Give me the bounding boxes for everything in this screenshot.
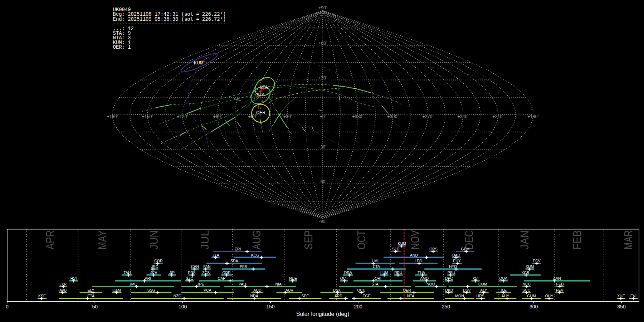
svg-text:FED: FED [556, 282, 564, 286]
svg-text:AND: AND [410, 253, 418, 257]
svg-text:OCT: OCT [355, 230, 368, 250]
svg-text:JUL: JUL [198, 230, 211, 250]
svg-text:AUD: AUD [253, 288, 262, 292]
svg-text:LUM: LUM [380, 270, 388, 275]
svg-text:SDA: SDA [230, 259, 238, 263]
svg-text:ELY: ELY [87, 288, 94, 292]
svg-text:+30°: +30° [318, 75, 327, 80]
svg-text:COM: COM [478, 282, 487, 286]
svg-text:XVI: XVI [473, 276, 479, 280]
svg-text:NTA: NTA [259, 85, 268, 90]
svg-text:FEV: FEV [556, 288, 563, 292]
svg-text:ERI: ERI [235, 247, 241, 251]
svg-text:KCG: KCG [251, 253, 259, 257]
svg-text:0: 0 [6, 304, 9, 309]
svg-text:PSU: PSU [448, 270, 455, 275]
svg-text:OER: OER [403, 288, 411, 292]
svg-text:DKD: DKD [445, 288, 453, 292]
svg-text:DPC: DPC [445, 276, 453, 280]
svg-text:EVI: EVI [630, 294, 636, 298]
svg-text:DAD: DAD [452, 253, 460, 257]
svg-text:STA: STA [257, 92, 264, 97]
svg-text:FEB: FEB [571, 230, 584, 250]
svg-text:AAN: AAN [553, 276, 561, 280]
svg-text:AUR: AUR [286, 288, 294, 292]
svg-text:KUM: KUM [194, 60, 204, 65]
svg-text:350: 350 [617, 304, 626, 309]
svg-text:KSE: KSE [38, 294, 46, 298]
svg-text:JAN: JAN [518, 230, 531, 250]
svg-text:ETA: ETA [87, 294, 94, 298]
svg-text:SEP: SEP [302, 230, 315, 250]
svg-text:+180°: +180° [107, 114, 118, 119]
svg-text:COR: COR [154, 259, 163, 263]
svg-text:LEO: LEO [415, 259, 422, 263]
svg-text:+60°: +60° [318, 41, 327, 46]
svg-text:XHE: XHE [617, 294, 625, 298]
svg-text:100: 100 [179, 304, 187, 309]
svg-text:LMI: LMI [372, 259, 379, 263]
svg-text:JRC: JRC [151, 264, 158, 269]
svg-text:RPU: RPU [394, 270, 402, 275]
svg-text:AUG: AUG [250, 230, 263, 250]
svg-text:NOO: NOO [426, 282, 435, 286]
svg-text:ORI: ORI [375, 276, 381, 280]
svg-text:SSG: SSG [147, 288, 155, 292]
svg-text:MAR: MAR [622, 230, 635, 250]
svg-text:OHY: OHY [545, 294, 553, 298]
svg-text:OCU: OCU [357, 288, 365, 292]
svg-text:250: 250 [442, 304, 450, 309]
svg-text:STA: STA [371, 282, 379, 286]
svg-text:QUA: QUA [499, 276, 507, 280]
svg-text:ZCS: ZCS [202, 270, 210, 275]
svg-text:+150°: +150° [142, 114, 153, 119]
svg-text:150: 150 [266, 304, 275, 309]
svg-text:CTA: CTA [373, 264, 380, 269]
svg-text:OER: 1: OER: 1 [113, 44, 131, 50]
svg-text:PER: PER [240, 264, 248, 269]
svg-text:NDA: NDA [250, 294, 258, 298]
svg-text:+330°: +330° [352, 114, 364, 119]
svg-text:PPS: PPS [188, 270, 195, 275]
svg-text:DRA: DRA [344, 270, 352, 275]
svg-text:JXA: JXA [212, 253, 219, 257]
svg-text:GUM: GUM [527, 294, 536, 298]
svg-text:+300°: +300° [387, 114, 399, 119]
svg-text:EHY: EHY [453, 259, 461, 263]
svg-text:LYR: LYR [59, 282, 67, 286]
svg-text:NCC: NCC [522, 282, 531, 286]
svg-text:50: 50 [92, 304, 98, 309]
svg-text:JUN: JUN [147, 230, 160, 250]
svg-text:CAP: CAP [218, 276, 226, 280]
svg-text:MAY: MAY [96, 230, 109, 250]
svg-text:PCA: PCA [204, 288, 211, 292]
svg-text:JPE: JPE [197, 282, 204, 286]
svg-text:SLD: SLD [392, 247, 400, 251]
svg-text:GEM: GEM [461, 247, 469, 251]
svg-text:KUM: KUM [398, 241, 406, 246]
svg-text:ARD: ARD [335, 294, 343, 298]
svg-text:XUM: XUM [526, 264, 534, 269]
svg-text:ORS: ORS [429, 247, 438, 251]
svg-text:THA: THA [418, 270, 425, 275]
svg-text:TAH: TAH [123, 270, 131, 275]
svg-text:JIP: JIP [169, 270, 175, 275]
svg-text:SZC: SZC [186, 276, 193, 280]
svg-text:+30°: +30° [283, 114, 292, 119]
svg-text:NIA: NIA [275, 282, 282, 286]
svg-text:AVB: AVB [59, 288, 67, 292]
svg-text:JEA: JEA [150, 270, 157, 275]
svg-text:PAU: PAU [239, 282, 246, 286]
svg-text:AHY: AHY [502, 294, 509, 298]
svg-text:ALY: ALY [480, 288, 487, 292]
svg-text:OCT: OCT [340, 276, 348, 280]
svg-text:+210°: +210° [492, 114, 504, 119]
svg-text:OER: OER [256, 110, 265, 115]
svg-text:+240°: +240° [457, 114, 469, 119]
svg-text:APR: APR [44, 230, 57, 250]
svg-text:CAN: CAN [191, 264, 199, 269]
svg-text:SPE: SPE [301, 294, 309, 298]
svg-text:+180°: +180° [527, 114, 539, 119]
svg-text:DSX: DSX [333, 288, 341, 292]
svg-text:AMO: AMO [420, 276, 429, 280]
